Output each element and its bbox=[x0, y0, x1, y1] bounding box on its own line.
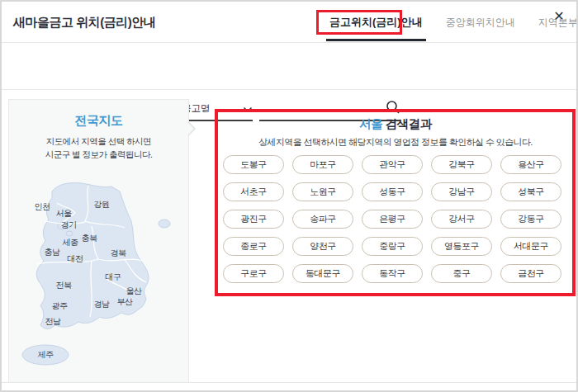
chevron-down-icon bbox=[243, 102, 253, 116]
map-region-label[interactable]: 충북 bbox=[82, 233, 97, 244]
tab-bar: 금고위치(금리)안내중앙회위치안내지역본부안내 bbox=[318, 2, 578, 43]
district-button[interactable]: 용산구 bbox=[500, 155, 561, 174]
district-button[interactable]: 노원구 bbox=[292, 182, 353, 201]
district-button[interactable]: 강북구 bbox=[431, 155, 492, 174]
map-region-label[interactable]: 서울 bbox=[56, 208, 72, 220]
tab-0-active[interactable]: 금고위치(금리)안내 bbox=[318, 2, 434, 43]
district-button[interactable]: 동작구 bbox=[362, 264, 423, 283]
district-button[interactable]: 관악구 bbox=[362, 155, 423, 174]
results-region: 서울 bbox=[359, 117, 382, 130]
map-panel-title: 전국지도 bbox=[9, 113, 188, 129]
map-region-label[interactable]: 제주 bbox=[38, 349, 54, 361]
map-region-label[interactable]: 전북 bbox=[56, 280, 72, 291]
map-region-label[interactable]: 부산 bbox=[117, 296, 133, 308]
map-region-label[interactable]: 충남 bbox=[45, 247, 60, 258]
close-icon[interactable]: ✕ bbox=[550, 7, 568, 25]
district-button[interactable]: 강남구 bbox=[431, 182, 492, 201]
map-region-label[interactable]: 대전 bbox=[68, 253, 83, 265]
district-button[interactable]: 금천구 bbox=[500, 264, 561, 283]
district-button[interactable]: 성동구 bbox=[362, 182, 423, 201]
map-region-label[interactable]: 전남 bbox=[45, 316, 61, 328]
map-region-label[interactable]: 강원 bbox=[94, 199, 110, 210]
map-region-label[interactable]: 세종 bbox=[63, 237, 78, 248]
results-title: 서울 검색결과 bbox=[216, 116, 576, 132]
map-region-label[interactable]: 대구 bbox=[106, 272, 121, 283]
results-title-suffix: 검색결과 bbox=[386, 117, 432, 130]
district-button[interactable]: 서초구 bbox=[223, 182, 284, 201]
search-icon[interactable] bbox=[386, 100, 400, 115]
map-region-label[interactable]: 광주 bbox=[52, 300, 68, 312]
map-region-label[interactable]: 경남 bbox=[94, 299, 110, 310]
district-button[interactable]: 영등포구 bbox=[431, 237, 492, 256]
search-section: 금고명 bbox=[2, 43, 576, 90]
map-region-label[interactable]: 인천 bbox=[35, 201, 50, 213]
map-region-label[interactable]: 경기 bbox=[61, 220, 77, 231]
content-bottom-divider bbox=[2, 382, 576, 383]
district-button[interactable]: 강동구 bbox=[500, 210, 561, 229]
district-button[interactable]: 송파구 bbox=[292, 210, 353, 229]
district-button[interactable]: 중랑구 bbox=[362, 237, 423, 256]
tab-1[interactable]: 중앙회위치안내 bbox=[434, 2, 527, 43]
page-title: 새마을금고 위치(금리)안내 bbox=[13, 15, 155, 31]
district-button[interactable]: 도봉구 bbox=[223, 155, 284, 174]
district-button[interactable]: 광진구 bbox=[223, 210, 284, 229]
district-grid: 도봉구마포구관악구강북구용산구서초구노원구성동구강남구성북구광진구송파구은평구강… bbox=[223, 155, 563, 283]
map-region-label[interactable]: 경북 bbox=[111, 248, 126, 259]
district-button[interactable]: 강서구 bbox=[431, 210, 492, 229]
results-description: 상세지역을 선택하시면 해당지역의 영업점 정보를 확인하실 수 있습니다. bbox=[216, 136, 576, 149]
branch-locator-dialog: 새마을금고 위치(금리)안내 금고위치(금리)안내중앙회위치안내지역본부안내 ✕… bbox=[0, 0, 578, 392]
district-button[interactable]: 종로구 bbox=[223, 237, 284, 256]
korea-map[interactable]: 인천서울경기강원세종충북충남대전경북대구전북울산광주경남부산전남제주 bbox=[9, 178, 190, 380]
district-button[interactable]: 서대문구 bbox=[500, 237, 561, 256]
district-button[interactable]: 동대문구 bbox=[292, 264, 353, 283]
district-button[interactable]: 성북구 bbox=[500, 182, 561, 201]
district-button[interactable]: 양천구 bbox=[292, 237, 353, 256]
district-button[interactable]: 구로구 bbox=[223, 264, 284, 283]
header: 새마을금고 위치(금리)안내 금고위치(금리)안내중앙회위치안내지역본부안내 ✕ bbox=[2, 2, 576, 43]
map-region-label[interactable]: 울산 bbox=[126, 286, 142, 297]
national-map-panel: 전국지도 지도에서 지역을 선택 하시면 시군구 별 정보가 출력됩니다. bbox=[8, 99, 189, 383]
district-button[interactable]: 은평구 bbox=[362, 210, 423, 229]
district-button[interactable]: 마포구 bbox=[292, 155, 353, 174]
map-panel-description: 지도에서 지역을 선택 하시면 시군구 별 정보가 출력됩니다. bbox=[9, 135, 188, 162]
district-button[interactable]: 중구 bbox=[431, 264, 492, 283]
